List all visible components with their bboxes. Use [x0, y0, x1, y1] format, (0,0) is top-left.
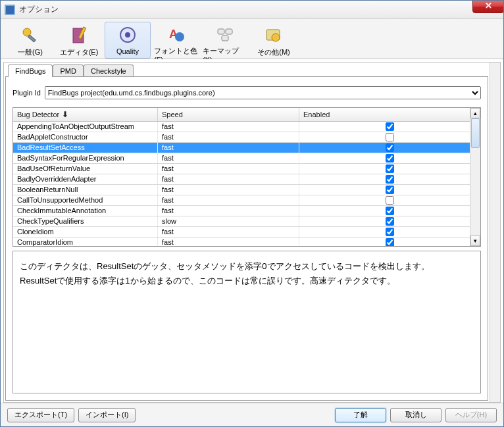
table-scrollbar[interactable]: ▴ ▾ [470, 108, 480, 246]
cell-speed: fast [158, 238, 299, 246]
table-row[interactable]: AppendingToAnObjectOutputStreamfast [13, 122, 480, 132]
enabled-checkbox[interactable] [386, 143, 394, 152]
toolbar-item-fonts[interactable]: A フォントと色(F) [153, 22, 199, 59]
description-line: ResultSetで使用する添字は1から始まるので、このコードは常に誤りです。高… [20, 274, 474, 288]
gear-wrench-icon [20, 25, 41, 46]
table-body: AppendingToAnObjectOutputStreamfastBadAp… [13, 122, 480, 246]
table-row[interactable]: ComparatorIdiomfast [13, 238, 480, 246]
enabled-checkbox[interactable] [386, 154, 394, 163]
svg-rect-10 [222, 36, 228, 41]
enabled-checkbox[interactable] [386, 207, 394, 215]
scroll-down-button[interactable]: ▾ [470, 236, 480, 246]
table-row[interactable]: CallToUnsupportedMethodfast [13, 195, 480, 206]
cell-speed: fast [158, 185, 299, 195]
scroll-thumb[interactable] [471, 118, 480, 148]
cell-detector: BadSyntaxForRegularExpression [13, 153, 158, 163]
editor-icon [68, 25, 89, 46]
table-row[interactable]: BadSyntaxForRegularExpressionfast [13, 153, 480, 164]
table-row[interactable]: BadAppletConstructorfast [13, 132, 480, 143]
col-header-speed[interactable]: Speed [158, 108, 299, 121]
enabled-checkbox[interactable] [386, 238, 394, 246]
cell-enabled [299, 122, 480, 132]
fonts-colors-icon: A [166, 25, 187, 45]
enabled-checkbox[interactable] [386, 217, 394, 226]
description-line: このディテクタは、ResultSetのゲッタ、セッタメソッドを添字0でアクセスし… [20, 259, 474, 274]
tab-label: PMD [60, 67, 76, 75]
misc-icon [263, 25, 284, 46]
toolbar-item-general[interactable]: 一般(G) [7, 22, 53, 59]
tabstrip: FindBugs PMD Checkstyle [8, 64, 499, 77]
category-toolbar: 一般(G) エディタ(E) Quality A フォントと色(F) キーマップ(… [1, 19, 503, 59]
keymap-icon [214, 25, 236, 45]
tab-checkstyle[interactable]: Checkstyle [84, 64, 134, 77]
help-button[interactable]: ヘルプ(H) [445, 408, 497, 422]
col-header-enabled[interactable]: Enabled [299, 108, 480, 121]
enabled-checkbox[interactable] [386, 175, 394, 184]
cell-detector: BadlyOverriddenAdapter [13, 174, 158, 184]
table-row[interactable]: CheckImmutableAnnotationfast [13, 206, 480, 216]
cell-speed: fast [158, 227, 299, 237]
button-label: インポート(I) [86, 411, 128, 418]
table-row[interactable]: BadlyOverriddenAdapterfast [13, 174, 480, 185]
description-box: このディテクタは、ResultSetのゲッタ、セッタメソッドを添字0でアクセスし… [13, 251, 481, 393]
cell-detector: CloneIdiom [13, 227, 158, 237]
panel-scrollbar[interactable] [490, 63, 500, 402]
cell-enabled [299, 238, 480, 246]
table-row[interactable]: CheckTypeQualifiersslow [13, 216, 480, 227]
enabled-checkbox[interactable] [386, 164, 394, 173]
cell-enabled [299, 227, 480, 237]
enabled-checkbox[interactable] [386, 196, 394, 205]
cell-speed: fast [158, 132, 299, 142]
svg-rect-9 [226, 29, 232, 34]
cell-speed: fast [158, 143, 299, 153]
toolbar-item-misc[interactable]: その他(M) [251, 22, 297, 59]
col-header-label: Speed [162, 111, 183, 118]
cancel-button[interactable]: 取消し [390, 408, 441, 422]
table-row[interactable]: BadUseOfReturnValuefast [13, 164, 480, 174]
cell-enabled [299, 164, 480, 174]
close-button[interactable]: ✕ [472, 0, 504, 13]
app-icon [5, 5, 15, 15]
scroll-track[interactable] [470, 118, 480, 236]
cell-detector: CallToUnsupportedMethod [13, 195, 158, 205]
tab-pane: Plugin Id FindBugs project(edu.umd.cs.fi… [5, 76, 488, 401]
tab-label: FindBugs [15, 67, 45, 75]
enabled-checkbox[interactable] [386, 133, 394, 141]
scroll-up-button[interactable]: ▴ [470, 108, 480, 118]
cell-enabled [299, 195, 480, 205]
cell-detector: ComparatorIdiom [13, 238, 158, 246]
svg-point-7 [175, 32, 184, 41]
col-header-label: Enabled [303, 111, 330, 118]
cell-detector: CheckImmutableAnnotation [13, 206, 158, 216]
button-label: エクスポート(T) [14, 411, 67, 418]
cell-enabled [299, 174, 480, 184]
plugin-id-select[interactable]: FindBugs project(edu.umd.cs.findbugs.plu… [45, 86, 481, 99]
col-header-detector[interactable]: Bug Detector ⬇ [13, 108, 158, 121]
toolbar-label: Quality [116, 47, 139, 55]
table-row[interactable]: BadResultSetAccessfast [13, 143, 480, 153]
toolbar-label: エディタ(E) [60, 47, 99, 57]
cell-detector: AppendingToAnObjectOutputStream [13, 122, 158, 132]
svg-rect-8 [218, 29, 224, 34]
tab-findbugs[interactable]: FindBugs [8, 64, 53, 77]
enabled-checkbox[interactable] [386, 122, 394, 131]
cell-detector: BadAppletConstructor [13, 132, 158, 142]
import-button[interactable]: インポート(I) [78, 408, 136, 422]
button-label: ヘルプ(H) [455, 411, 487, 418]
cell-enabled [299, 132, 480, 142]
table-row[interactable]: BooleanReturnNullfast [13, 185, 480, 195]
cell-detector: BooleanReturnNull [13, 185, 158, 195]
toolbar-item-quality[interactable]: Quality [105, 22, 151, 59]
enabled-checkbox[interactable] [386, 228, 394, 236]
table-row[interactable]: CloneIdiomfast [13, 227, 480, 238]
button-bar: エクスポート(T) インポート(I) 了解 取消し ヘルプ(H) [1, 403, 503, 426]
tab-pmd[interactable]: PMD [53, 64, 83, 77]
cell-enabled [299, 185, 480, 195]
export-button[interactable]: エクスポート(T) [7, 408, 74, 422]
cell-enabled [299, 206, 480, 216]
cell-enabled [299, 216, 480, 226]
toolbar-item-editor[interactable]: エディタ(E) [56, 22, 102, 59]
ok-button[interactable]: 了解 [335, 408, 386, 422]
enabled-checkbox[interactable] [386, 186, 394, 194]
toolbar-item-keymap[interactable]: キーマップ(K) [202, 22, 248, 59]
